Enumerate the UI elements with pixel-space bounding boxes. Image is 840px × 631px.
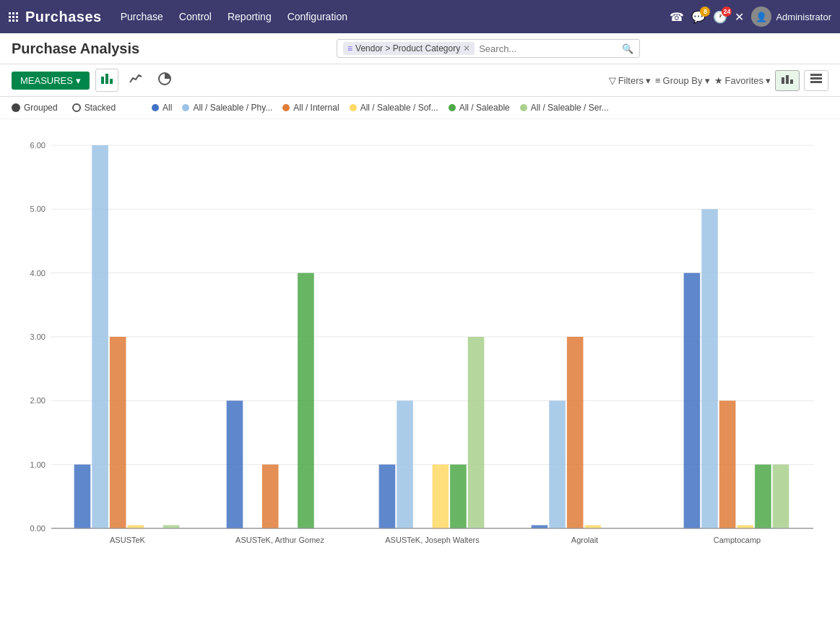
svg-rect-26 — [110, 337, 126, 528]
top-menu: Purchase Control Reporting Configuration — [119, 8, 670, 25]
svg-rect-8 — [810, 77, 822, 80]
table-view-icon — [810, 74, 822, 85]
bar-chart-button[interactable] — [95, 69, 118, 92]
stacked-option[interactable]: Stacked — [72, 103, 116, 113]
filters-dropdown-icon: ▾ — [646, 75, 651, 86]
svg-rect-36 — [433, 465, 449, 528]
svg-rect-31 — [262, 465, 279, 528]
menu-purchase[interactable]: Purchase — [119, 8, 165, 25]
search-area: ≡ Vendor > Product Category ✕ 🔍 — [148, 39, 828, 58]
line-chart-icon — [129, 72, 142, 85]
svg-rect-49 — [755, 465, 771, 528]
top-navigation: Purchases Purchase Control Reporting Con… — [0, 0, 840, 33]
legend-item-5[interactable]: All / Saleable / Ser... — [520, 103, 609, 113]
svg-rect-5 — [786, 75, 789, 84]
legend-item-4[interactable]: All / Saleable — [449, 103, 510, 113]
legend-color-1 — [182, 104, 189, 111]
chart-view-button[interactable] — [775, 70, 800, 91]
svg-rect-32 — [298, 273, 314, 528]
svg-text:1.00: 1.00 — [30, 460, 46, 469]
legend-label-5: All / Saleable / Ser... — [531, 103, 609, 113]
favorites-dropdown-icon: ▾ — [766, 75, 771, 86]
menu-control[interactable]: Control — [178, 8, 213, 25]
legend-item-3[interactable]: All / Saleable / Sof... — [350, 103, 438, 113]
menu-reporting[interactable]: Reporting — [226, 8, 273, 25]
line-chart-button[interactable] — [124, 69, 147, 92]
activity-badge: 24 — [722, 7, 732, 17]
star-icon: ★ — [714, 75, 723, 86]
filter-tag-close[interactable]: ✕ — [463, 43, 470, 53]
favorites-button[interactable]: ★ Favorites ▾ — [714, 75, 771, 86]
svg-rect-1 — [105, 74, 108, 84]
activity-icon[interactable]: 🕐 24 — [713, 10, 727, 24]
subheader: Purchase Analysis ≡ Vendor > Product Cat… — [0, 33, 840, 64]
legend-item-1[interactable]: All / Saleable / Phy... — [182, 103, 272, 113]
svg-rect-6 — [790, 80, 793, 84]
close-icon[interactable]: ✕ — [735, 10, 744, 24]
chart-container: 6.005.004.003.002.001.000.00ASUSTeKASUST… — [0, 119, 840, 572]
svg-rect-9 — [810, 81, 822, 83]
filter-icon: ≡ — [347, 43, 352, 53]
admin-avatar[interactable]: 👤 Administrator — [751, 7, 831, 27]
svg-text:ASUSTeK: ASUSTeK — [110, 536, 146, 544]
search-input[interactable] — [479, 43, 622, 54]
legend-label-1: All / Saleable / Phy... — [193, 103, 272, 113]
search-box[interactable]: ≡ Vendor > Product Category ✕ 🔍 — [337, 39, 640, 58]
svg-rect-35 — [397, 400, 413, 528]
svg-rect-45 — [684, 273, 701, 528]
legend-item-0[interactable]: All — [152, 103, 172, 113]
legend-label-4: All / Saleable — [459, 103, 510, 113]
bar-chart-icon — [100, 72, 113, 85]
toolbar-right: ▽ Filters ▾ ≡ Group By ▾ ★ Favorites ▾ — [609, 70, 828, 91]
favorites-label: Favorites — [725, 75, 763, 86]
legend-label-3: All / Saleable / Sof... — [360, 103, 438, 113]
legend-label-0: All — [163, 103, 172, 113]
phone-icon[interactable]: ☎ — [670, 10, 684, 24]
legend-color-2 — [282, 104, 290, 111]
svg-rect-47 — [719, 400, 736, 528]
app-title[interactable]: Purchases — [25, 9, 102, 25]
svg-text:2.00: 2.00 — [30, 396, 46, 405]
svg-rect-50 — [773, 465, 789, 528]
filter-tag-label: Vendor > Product Category — [355, 43, 460, 53]
app-grid-icon[interactable] — [9, 12, 18, 22]
stacked-dot — [72, 103, 81, 112]
menu-configuration[interactable]: Configuration — [286, 8, 349, 25]
groupby-dropdown-icon: ▾ — [705, 75, 710, 86]
grouped-option[interactable]: Grouped — [12, 103, 58, 113]
svg-rect-7 — [810, 74, 822, 76]
groupby-button[interactable]: ≡ Group By ▾ — [655, 75, 710, 86]
filters-button[interactable]: ▽ Filters ▾ — [609, 75, 651, 86]
svg-rect-25 — [92, 145, 108, 528]
svg-text:0.00: 0.00 — [30, 524, 46, 533]
svg-rect-24 — [74, 465, 91, 528]
legend-item-2[interactable]: All / Internal — [282, 103, 339, 113]
legend-color-0 — [152, 104, 159, 111]
messages-icon[interactable]: 💬 8 — [691, 10, 706, 24]
table-view-button[interactable] — [804, 70, 828, 91]
measures-dropdown-icon: ▾ — [76, 75, 81, 86]
svg-rect-46 — [701, 209, 718, 528]
admin-name: Administrator — [776, 12, 831, 22]
bar-chart: 6.005.004.003.002.001.000.00ASUSTeKASUST… — [12, 131, 828, 565]
svg-text:5.00: 5.00 — [30, 205, 46, 213]
measures-button[interactable]: MEASURES ▾ — [12, 72, 90, 90]
topnav-icons: ☎ 💬 8 🕐 24 ✕ 👤 Administrator — [670, 7, 831, 27]
svg-text:3.00: 3.00 — [30, 332, 46, 341]
svg-text:Agrolait: Agrolait — [571, 536, 598, 544]
toolbar: MEASURES ▾ ▽ Filters ▾ ≡ Group By ▾ ★ Fa… — [0, 64, 840, 97]
groupby-icon: ≡ — [655, 75, 661, 86]
svg-text:Camptocamp: Camptocamp — [714, 536, 761, 544]
grouped-label: Grouped — [24, 103, 58, 113]
svg-rect-30 — [227, 400, 243, 528]
series-legend: AllAll / Saleable / Phy...All / Internal… — [152, 103, 609, 113]
page-title: Purchase Analysis — [12, 40, 139, 57]
svg-text:6.00: 6.00 — [30, 141, 46, 150]
messages-badge: 8 — [700, 7, 710, 17]
filter-tag[interactable]: ≡ Vendor > Product Category ✕ — [343, 42, 475, 55]
svg-rect-34 — [379, 465, 396, 528]
svg-text:ASUSTeK, Joseph Walters: ASUSTeK, Joseph Walters — [385, 536, 480, 544]
pie-chart-button[interactable] — [153, 69, 176, 92]
svg-rect-48 — [737, 525, 754, 528]
search-icon[interactable]: 🔍 — [622, 43, 633, 54]
